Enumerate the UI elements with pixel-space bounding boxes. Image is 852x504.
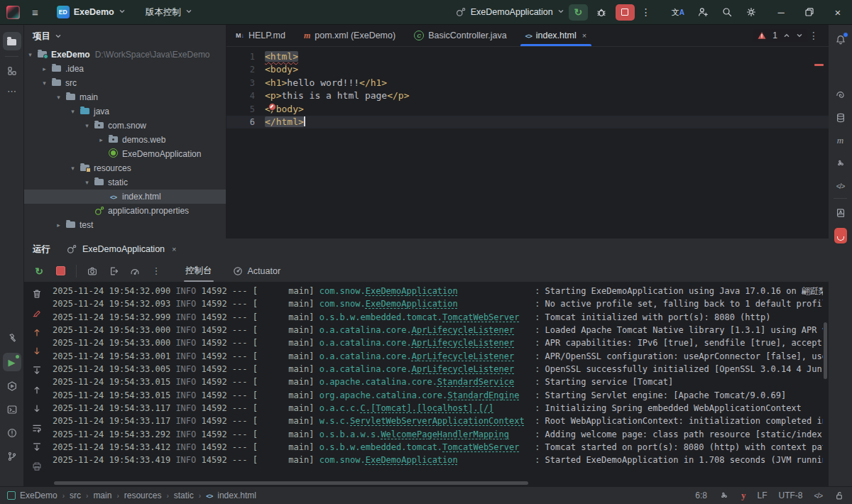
services-toolwindow-button[interactable] [3, 377, 21, 395]
editor-tab-pom.xml-exedemo-[interactable]: mpom.xml (ExeDemo) [295, 25, 405, 46]
breadcrumb-item[interactable]: static [174, 491, 194, 500]
performance-button[interactable] [126, 263, 144, 280]
add-user-button[interactable] [697, 6, 709, 18]
editor-tab-help.md[interactable]: M↓HELP.md [226, 25, 295, 46]
breadcrumb-item[interactable]: main [93, 491, 111, 500]
console-vertical-scrollbar[interactable] [824, 322, 827, 379]
more-toolwindows-button[interactable]: ⋯ [3, 82, 21, 100]
maven-toolwindow-button[interactable]: m [831, 131, 850, 150]
project-panel-header[interactable]: 项目 [24, 25, 226, 47]
tree-row-java[interactable]: ▾java [24, 104, 226, 119]
log-logger-link[interactable]: org.apache.catalina.core.StandardEngine [320, 390, 520, 400]
tree-row-exedemo[interactable]: ▾ExeDemoD:\WorkSpace\Java\ExeDemo [24, 48, 226, 62]
tree-row-test[interactable]: ▸test [24, 218, 226, 232]
console-horizontal-scrollbar[interactable] [54, 481, 528, 485]
tree-row-com.snow[interactable]: ▾com.snow [24, 119, 226, 133]
minimize-button[interactable]: ─ [767, 0, 795, 24]
encoding-widget[interactable]: UTF-8 [779, 491, 803, 500]
log-logger-link[interactable]: o.s.b.a.w.s.WelcomePageHandlerMapping [320, 429, 509, 439]
tree-row-demos.web[interactable]: ▸demos.web [24, 133, 226, 147]
run-panel-title[interactable]: 运行 [33, 243, 50, 256]
chevron-collapsed-icon[interactable]: ▸ [53, 221, 65, 229]
project-toolwindow-button[interactable] [3, 32, 21, 50]
breadcrumb-item[interactable]: src [70, 491, 81, 500]
chevron-expanded-icon[interactable]: ▾ [81, 122, 93, 129]
code-line-6[interactable]: 6</html> [226, 116, 829, 128]
chevron-collapsed-icon[interactable]: ▸ [38, 65, 50, 72]
close-tab-icon[interactable]: × [582, 31, 586, 40]
breadcrumb-item[interactable]: ExeDemo [20, 491, 58, 500]
git-toolwindow-button[interactable] [3, 447, 21, 466]
breadcrumb-item[interactable]: index.html [217, 491, 256, 500]
stop-process-button[interactable] [51, 263, 70, 280]
code-style-widget[interactable]: </> [814, 492, 822, 500]
error-stripe-mark[interactable] [814, 64, 824, 66]
problems-toolwindow-button[interactable] [3, 424, 21, 442]
code-line-4[interactable]: 4<p>this is a html page</p> [226, 89, 829, 102]
debug-button[interactable] [592, 4, 611, 21]
log-logger-link[interactable]: w.s.c.ServletWebServerApplicationContext [320, 416, 525, 426]
stop-button[interactable] [616, 4, 635, 21]
lock-icon[interactable] [834, 490, 845, 501]
log-logger-link[interactable]: o.a.catalina.core.AprLifecycleListener [320, 351, 515, 361]
clear-all-button[interactable] [29, 286, 45, 302]
log-logger-link[interactable]: o.apache.catalina.core.StandardService [320, 377, 515, 387]
chevron-expanded-icon[interactable]: ▾ [38, 80, 50, 87]
thread-dump-button[interactable] [83, 263, 102, 280]
red-plugin-button[interactable] [831, 226, 850, 245]
next-trace-button[interactable] [29, 344, 45, 359]
project-widget[interactable]: ED ExeDemo [53, 4, 130, 21]
spring-toolwindow-button[interactable] [831, 86, 850, 104]
tree-row-resources[interactable]: ▾resources [24, 161, 226, 175]
toolwindow-toggle-icon[interactable] [7, 491, 16, 500]
log-logger-link[interactable]: com.snow.ExeDemoApplication [320, 455, 458, 465]
breadcrumb-item[interactable]: resources [124, 491, 162, 500]
log-logger-link[interactable]: com.snow.ExeDemoApplication [320, 299, 458, 309]
tree-row-src[interactable]: ▾src [24, 76, 226, 90]
prev-error-button[interactable] [783, 32, 790, 39]
run-session-tab[interactable]: ExeDemoApplication × [66, 243, 176, 255]
tree-row-exedemoapplication[interactable]: ExeDemoApplication [24, 147, 226, 161]
editor-tab-basiccontroller.java[interactable]: CBasicController.java [405, 25, 515, 46]
console-tab[interactable]: 控制台 [178, 260, 219, 282]
log-logger-link[interactable]: o.s.b.w.embedded.tomcat.TomcatWebServer [320, 312, 520, 322]
tree-row-application.properties[interactable]: application.properties [24, 204, 226, 218]
code-plugin-button[interactable]: </> [831, 177, 850, 195]
search-everywhere-button[interactable] [721, 6, 733, 18]
structure-toolwindow-button[interactable] [3, 62, 21, 80]
terminal-toolwindow-button[interactable] [3, 400, 21, 419]
actuator-tab[interactable]: Actuator [225, 260, 288, 282]
code-line-5[interactable]: 5</body> [226, 103, 829, 116]
editor-tab-index.html[interactable]: <>index.html× [516, 25, 596, 46]
run-toolwindow-button[interactable]: ▶ [3, 353, 21, 371]
y-plugin-icon[interactable]: y [741, 490, 746, 501]
chevron-collapsed-icon[interactable]: ▸ [95, 136, 107, 143]
next-error-button[interactable] [796, 32, 803, 39]
build-toolwindow-button[interactable] [3, 329, 21, 347]
line-ending-widget[interactable]: LF [758, 491, 768, 500]
close-button[interactable]: × [824, 0, 852, 24]
tree-row-index.html[interactable]: <>index.html [24, 190, 226, 204]
plugin-knot-button[interactable] [831, 154, 850, 172]
notifications-button[interactable] [831, 31, 850, 49]
code-line-3[interactable]: 3<h1>hello word!!!</h1> [226, 77, 829, 89]
pinwheel-plugin-icon[interactable] [719, 490, 730, 501]
rerun-button[interactable]: ↻ [569, 4, 588, 21]
log-logger-link[interactable]: o.s.b.w.embedded.tomcat.TomcatWebServer [320, 442, 520, 452]
chevron-expanded-icon[interactable]: ▾ [67, 108, 79, 115]
run-configuration-widget[interactable]: ExeDemoApplication [455, 6, 564, 18]
chevron-expanded-icon[interactable]: ▾ [53, 94, 65, 101]
print-button[interactable] [29, 459, 45, 474]
chevron-expanded-icon[interactable]: ▾ [81, 179, 93, 186]
chevron-expanded-icon[interactable]: ▾ [67, 165, 79, 172]
log-logger-link[interactable]: o.a.catalina.core.AprLifecycleListener [320, 364, 515, 374]
more-run-actions-button[interactable]: ⋮ [639, 6, 653, 18]
clear-console-button[interactable] [29, 305, 45, 321]
prev-trace-button[interactable] [29, 324, 45, 340]
translate-button[interactable]: 文A [672, 7, 684, 18]
restore-button[interactable] [795, 0, 824, 24]
inspection-widget[interactable]: 1 [753, 29, 807, 42]
code-line-2[interactable]: 2<body> [226, 63, 829, 76]
attach-console-button[interactable] [104, 263, 123, 280]
main-menu-button[interactable]: ≡ [32, 6, 38, 18]
